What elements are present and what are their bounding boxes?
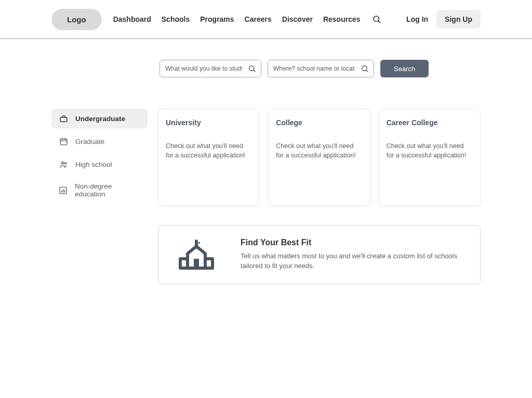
header-inner: Logo Dashboard Schools Programs Careers …	[0, 9, 532, 30]
chart-icon	[59, 185, 68, 195]
header: Logo Dashboard Schools Programs Careers …	[0, 0, 532, 39]
svg-point-11	[61, 162, 63, 164]
where-field-wrap	[268, 60, 374, 77]
svg-line-1	[378, 21, 380, 23]
find-fit-text: Find Your Best Fit Tell us what matters …	[241, 238, 466, 271]
content: Search Undergraduate	[0, 60, 532, 284]
calendar-icon	[59, 137, 68, 146]
briefcase-icon	[59, 114, 68, 123]
sidebar-item-undergraduate[interactable]: Undergraduate	[51, 109, 148, 128]
study-input[interactable]	[159, 60, 261, 77]
card-title: Career College	[387, 118, 473, 127]
card-university[interactable]: University Check out what you'll need fo…	[158, 109, 260, 206]
svg-rect-7	[60, 139, 67, 144]
nav-item-dashboard[interactable]: Dashboard	[113, 15, 151, 23]
people-icon	[59, 160, 68, 169]
card-desc: Check out what you'll need for a success…	[276, 141, 362, 160]
nav-item-schools[interactable]: Schools	[162, 15, 190, 23]
sidebar-item-label: High school	[75, 161, 112, 168]
login-button[interactable]: Log In	[404, 11, 430, 28]
card-desc: Check out what you'll need for a success…	[166, 141, 252, 160]
sidebar-item-label: Undergraduate	[75, 115, 125, 123]
search-icon[interactable]	[372, 15, 381, 24]
nav-item-discover[interactable]: Discover	[282, 15, 313, 23]
where-input[interactable]	[268, 60, 374, 77]
study-field-wrap	[159, 60, 261, 77]
search-row: Search	[159, 60, 481, 77]
signup-button[interactable]: Sign Up	[436, 10, 481, 29]
sidebar: Undergraduate Graduate	[51, 109, 148, 206]
nav-item-programs[interactable]: Programs	[200, 15, 234, 23]
nav: Dashboard Schools Programs Careers Disco…	[113, 15, 381, 24]
main-area: Undergraduate Graduate	[51, 109, 481, 206]
logo[interactable]: Logo	[51, 9, 102, 30]
card-career-college[interactable]: Career College Check out what you'll nee…	[379, 109, 481, 206]
header-right: Log In Sign Up	[404, 10, 481, 29]
find-fit-desc: Tell us what matters most to you and we'…	[241, 251, 466, 271]
card-college[interactable]: College Check out what you'll need for a…	[268, 109, 370, 206]
cards: University Check out what you'll need fo…	[158, 109, 481, 206]
sidebar-item-non-degree[interactable]: Non-degree education	[51, 177, 148, 203]
sidebar-item-label: Non-degree education	[75, 182, 140, 198]
svg-rect-6	[60, 117, 67, 122]
sidebar-item-high-school[interactable]: High school	[51, 154, 148, 174]
find-fit-box[interactable]: Find Your Best Fit Tell us what matters …	[158, 225, 481, 284]
card-title: University	[166, 118, 252, 127]
nav-item-resources[interactable]: Resources	[323, 15, 361, 23]
svg-point-12	[64, 162, 66, 164]
nav-item-careers[interactable]: Careers	[245, 15, 272, 23]
sidebar-item-label: Graduate	[75, 138, 104, 145]
svg-rect-17	[194, 259, 199, 268]
find-fit-title: Find Your Best Fit	[241, 238, 466, 247]
school-building-icon	[173, 238, 220, 271]
card-title: College	[276, 118, 362, 127]
card-desc: Check out what you'll need for a success…	[387, 141, 473, 160]
search-button[interactable]: Search	[380, 60, 429, 77]
sidebar-item-graduate[interactable]: Graduate	[51, 131, 148, 151]
